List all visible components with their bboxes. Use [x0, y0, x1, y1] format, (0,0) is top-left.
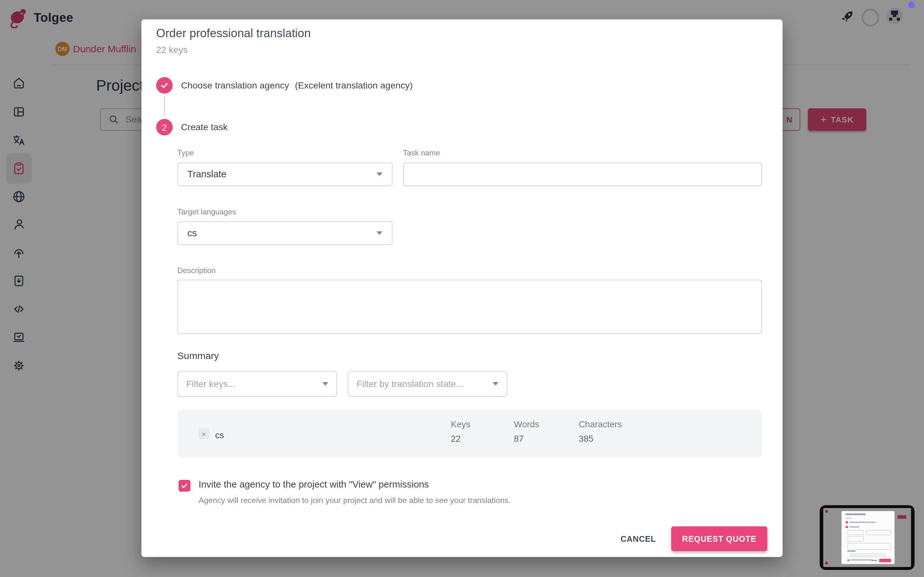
type-select[interactable]: Translate — [178, 163, 393, 186]
summary-characters-value: 385 — [579, 434, 594, 443]
summary-words-label: Words — [514, 419, 540, 429]
pip-help-dot — [825, 562, 828, 564]
summary-language-code: cs — [215, 430, 224, 440]
target-languages-value: cs — [187, 228, 197, 239]
step-2-badge: 2 — [156, 119, 173, 135]
pip-task-button — [897, 515, 906, 519]
remove-language-button[interactable]: × — [199, 429, 209, 439]
task-name-input[interactable] — [403, 163, 762, 186]
description-textarea[interactable] — [178, 279, 762, 334]
filter-state-placeholder: Filter by translation state... — [357, 379, 464, 389]
summary-heading: Summary — [178, 350, 219, 362]
summary-language-row: × cs Keys 22 Words 87 Characters 385 — [178, 410, 762, 458]
summary-keys-label: Keys — [451, 419, 470, 429]
pip-mini-modal — [842, 511, 895, 564]
type-select-value: Translate — [187, 169, 226, 179]
dialog-title: Order professional translation — [156, 27, 311, 40]
chevron-down-icon — [376, 172, 383, 176]
step-1-completed-badge — [156, 77, 173, 93]
check-icon — [160, 81, 169, 90]
step-1-label: Choose translation agency — [181, 80, 289, 91]
dialog-subtitle: 22 keys — [156, 45, 188, 55]
target-languages-label: Target languages — [178, 207, 236, 216]
cancel-button[interactable]: CANCEL — [620, 530, 656, 547]
chevron-down-icon — [376, 231, 383, 235]
filter-keys-placeholder: Filter keys... — [186, 379, 235, 389]
order-translation-dialog: Order professional translation 22 keys C… — [142, 19, 782, 557]
step-2-label: Create task — [181, 122, 228, 132]
notification-dot — [908, 2, 914, 8]
description-label: Description — [178, 266, 216, 275]
step-choose-agency[interactable]: Choose translation agency (Excelent tran… — [156, 77, 413, 93]
filter-translation-state-select[interactable]: Filter by translation state... — [348, 371, 507, 397]
summary-characters-label: Characters — [579, 419, 622, 429]
check-icon — [180, 482, 189, 490]
step-connector-line — [164, 96, 165, 116]
type-label: Type — [178, 148, 194, 157]
step-create-task: 2 Create task — [156, 119, 228, 135]
chevron-down-icon — [322, 382, 328, 386]
invite-agency-helper-text: Agency will receive invitation to join y… — [199, 496, 511, 505]
invite-agency-checkbox[interactable] — [179, 480, 191, 492]
chevron-down-icon — [493, 382, 499, 386]
pip-window[interactable] — [820, 505, 915, 570]
filter-keys-select[interactable]: Filter keys... — [178, 371, 337, 397]
pip-screen-preview — [823, 508, 911, 567]
invite-agency-label: Invite the agency to the project with "V… — [199, 479, 429, 490]
request-quote-button[interactable]: REQUEST QUOTE — [671, 526, 767, 551]
target-languages-select[interactable]: cs — [178, 221, 393, 245]
summary-words-value: 87 — [514, 434, 524, 443]
pip-logo-dot — [825, 510, 828, 513]
close-icon: × — [202, 430, 206, 438]
task-name-label: Task name — [403, 148, 440, 157]
step-1-detail: (Excelent translation agency) — [295, 80, 413, 91]
summary-keys-value: 22 — [451, 434, 461, 443]
